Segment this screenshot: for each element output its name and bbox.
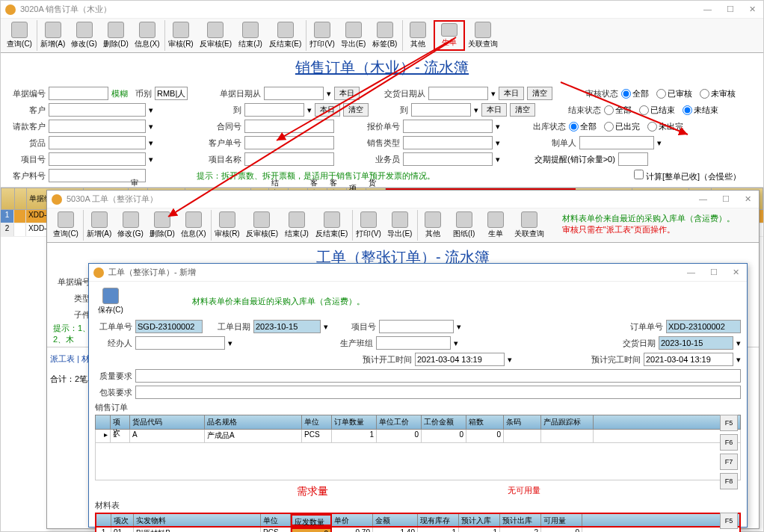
inp-eststart[interactable] <box>415 353 505 366</box>
inp-team[interactable] <box>376 336 451 350</box>
inp-goods[interactable] <box>49 136 146 149</box>
inp-mproj[interactable] <box>379 320 454 333</box>
max-icon[interactable]: ☐ <box>724 4 737 14</box>
lbl-datefrom: 单据日期从 <box>216 88 261 99</box>
sb-f7[interactable]: F7 <box>720 454 738 470</box>
inp-shipto[interactable] <box>411 103 471 117</box>
mat-table-header: 项次 实发物料 单位 应发数量 单价 金额 现有库存 预计入库 预计出库 可用量 <box>95 513 741 528</box>
tb2-info[interactable]: 信息(X) <box>178 210 209 241</box>
btn-clear3[interactable]: 清空 <box>510 103 535 117</box>
tb2-gen[interactable]: 生单 <box>480 210 511 241</box>
r-allout[interactable]: 已出完 <box>604 121 640 132</box>
btn-today1[interactable]: 本日 <box>334 87 360 100</box>
tb-edit[interactable]: 修改(G) <box>68 20 99 51</box>
inp-quote[interactable] <box>403 120 493 133</box>
btn-today3[interactable]: 本日 <box>315 103 340 117</box>
tb-relq[interactable]: 关联查询 <box>465 20 501 51</box>
tb-other[interactable]: 其他 <box>402 20 434 51</box>
inp-custdoc[interactable] <box>244 136 334 149</box>
mat-row-1[interactable]: 1 01 B|原材料B PCS 2 0.70 1.40 1 1 2 0 <box>95 528 741 532</box>
sb-f6[interactable]: F6 <box>720 434 738 451</box>
lbl-w2-docno: 单据编号 <box>53 276 90 288</box>
sales-row-blank[interactable] <box>95 443 741 480</box>
inp-sales[interactable] <box>403 152 493 166</box>
inp-reqcust[interactable] <box>49 120 146 133</box>
tb2-edit[interactable]: 修改(G) <box>114 210 146 241</box>
tb-unend[interactable]: 反结束(E) <box>266 20 304 51</box>
inp-ordno[interactable] <box>666 320 741 333</box>
r-all3[interactable]: 全部 <box>569 121 597 132</box>
tb2-del[interactable]: 删除(D) <box>147 210 178 241</box>
tb2-unaudit[interactable]: 反审核(E) <box>243 210 281 241</box>
sales-row-1[interactable]: ▸ 1 A 产成品A PCS 1 0 0 0 <box>95 430 741 443</box>
close-icon[interactable]: ✕ <box>746 4 759 14</box>
r-unaudited[interactable]: 未审核 <box>700 88 736 99</box>
tb2-draw[interactable]: 图纸(I) <box>449 210 480 241</box>
inp-datefrom[interactable] <box>264 87 324 100</box>
min-icon-2[interactable]: — <box>696 194 710 204</box>
r-audited[interactable]: 已审核 <box>656 88 692 99</box>
r-ended[interactable]: 已结束 <box>639 105 675 116</box>
max-icon-m[interactable]: ☐ <box>707 267 721 277</box>
tb2-add[interactable]: 新增(A) <box>83 210 114 241</box>
tb2-end[interactable]: 结束(J) <box>281 210 312 241</box>
inp-qreq[interactable] <box>135 369 741 383</box>
inp-cust[interactable] <box>49 103 146 117</box>
inp-dateto[interactable] <box>244 103 304 117</box>
inp-gdno[interactable] <box>135 320 203 333</box>
btn-save[interactable]: 保存(C) <box>95 286 126 317</box>
tb2-print[interactable]: 打印(V) <box>352 210 383 241</box>
inp-curr[interactable] <box>155 87 188 100</box>
app-icon <box>5 4 16 15</box>
tb-info[interactable]: 信息(X) <box>132 20 163 51</box>
r-all[interactable]: 全部 <box>621 88 649 99</box>
tb2-export[interactable]: 导出(E) <box>384 210 416 241</box>
chk-calc[interactable] <box>634 170 644 179</box>
tb-label[interactable]: 标签(B) <box>369 20 401 51</box>
inp-preq[interactable] <box>135 386 741 399</box>
tb-query[interactable]: 查询(C) <box>4 20 35 51</box>
sb2-f5[interactable]: F5 <box>720 513 738 529</box>
tb-add[interactable]: 新增(A) <box>37 20 68 51</box>
inp-shipdate[interactable] <box>659 336 733 350</box>
inp-proj[interactable] <box>49 152 146 166</box>
tb2-other[interactable]: 其他 <box>417 210 449 241</box>
r-notout[interactable]: 未出完 <box>647 121 683 132</box>
tb-audit[interactable]: 审核(R) <box>164 20 197 51</box>
max-icon-2[interactable]: ☐ <box>719 194 733 204</box>
close-icon-m[interactable]: ✕ <box>730 267 742 277</box>
inp-handler[interactable] <box>135 336 225 350</box>
tb2-relq[interactable]: 关联查询 <box>511 210 547 241</box>
close-icon-2[interactable]: ✕ <box>742 194 754 204</box>
inp-contract[interactable] <box>244 120 334 133</box>
inp-maker[interactable] <box>579 136 654 149</box>
tb2-audit[interactable]: 审核(R) <box>211 210 243 241</box>
tb2-query[interactable]: 查询(C) <box>50 210 81 241</box>
r-unended[interactable]: 未结束 <box>683 105 718 116</box>
sb-f5[interactable]: F5 <box>720 415 738 431</box>
lbl-reqcust: 请款客户 <box>8 121 46 132</box>
btn-clear2[interactable]: 清空 <box>343 103 369 117</box>
inp-shipfrom[interactable] <box>428 87 488 100</box>
btn-today2[interactable]: 本日 <box>499 87 524 100</box>
r-all2[interactable]: 全部 <box>604 105 632 116</box>
tb-unaudit[interactable]: 反审核(E) <box>197 20 235 51</box>
inp-gddate[interactable] <box>253 320 321 333</box>
tb-export[interactable]: 导出(E) <box>338 20 369 51</box>
min-icon[interactable]: — <box>700 4 715 14</box>
tb2-unend[interactable]: 反结束(E) <box>312 210 351 241</box>
lbl-contract: 合同号 <box>197 121 241 132</box>
tb-end[interactable]: 结束(J) <box>235 20 266 51</box>
btn-today4[interactable]: 本日 <box>481 103 507 117</box>
btn-clear1[interactable]: 清空 <box>527 87 552 100</box>
sb-f8[interactable]: F8 <box>720 473 738 489</box>
inp-docno[interactable] <box>49 87 108 100</box>
min-icon-m[interactable]: — <box>684 267 698 277</box>
inp-projname[interactable] <box>244 152 334 166</box>
inp-saletype[interactable] <box>403 136 493 149</box>
tb-gen[interactable]: 生单 <box>434 20 465 51</box>
inp-estend[interactable] <box>644 353 733 366</box>
tb-print[interactable]: 打印(V) <box>306 20 337 51</box>
inp-remind[interactable] <box>618 152 648 166</box>
tb-del[interactable]: 删除(D) <box>100 20 132 51</box>
